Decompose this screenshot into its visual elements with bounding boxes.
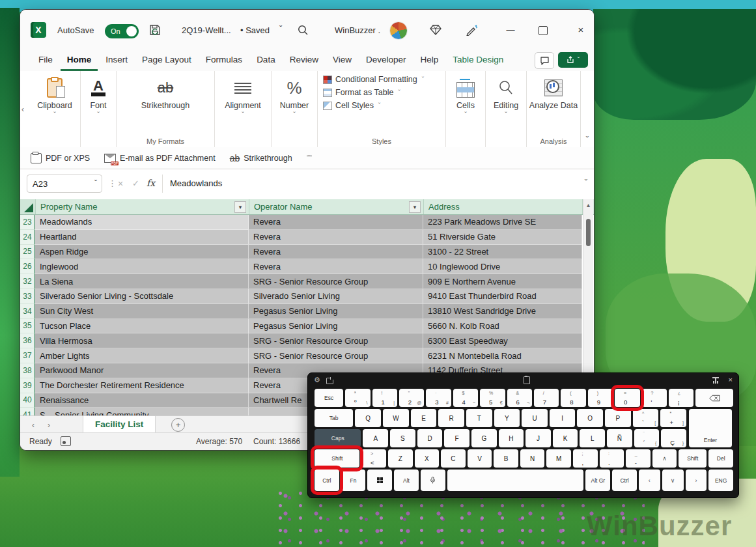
key-w[interactable]: W — [383, 409, 409, 427]
editing-button[interactable]: Editing ˇ — [486, 71, 526, 147]
cell-address-25[interactable]: 3100 - 22 Street — [423, 245, 582, 260]
key-apostrophe[interactable]: ?' — [642, 389, 667, 407]
save-icon[interactable] — [149, 24, 162, 36]
clipboard-button[interactable]: Clipboard ˇ — [29, 71, 80, 147]
email-pdf-button[interactable]: E-mail as PDF Attachment — [104, 154, 216, 163]
key-tab[interactable]: Tab — [315, 409, 353, 427]
cell-operator-26[interactable]: Revera — [249, 259, 423, 274]
cell-operator-35[interactable]: Pegasus Senior Living — [249, 319, 423, 334]
cell-property-26[interactable]: Inglewood — [35, 259, 249, 274]
cell-property-35[interactable]: Tucson Place — [35, 319, 249, 334]
qat-overflow-icon[interactable]: ˇ — [307, 156, 312, 161]
key-v[interactable]: V — [468, 449, 492, 468]
key-arrow-up[interactable]: ∧ — [652, 449, 677, 468]
cell-address-37[interactable]: 6231 N Montebella Road — [423, 348, 582, 363]
cell-property-25[interactable]: Aspen Ridge — [35, 245, 249, 260]
cell-property-24[interactable]: Heartland — [35, 230, 249, 245]
cell-address-26[interactable]: 10 Inglewood Drive — [423, 259, 582, 274]
key-1[interactable]: !1| — [372, 389, 397, 407]
key-esc[interactable]: Esc — [315, 389, 343, 407]
key-f[interactable]: F — [444, 429, 469, 447]
key-g[interactable]: G — [471, 429, 497, 447]
operator-name-filter-button[interactable]: ▾ — [409, 201, 421, 213]
key-fn[interactable]: Fn — [341, 470, 366, 491]
key-q[interactable]: Q — [355, 409, 381, 427]
cell-operator-23[interactable]: Revera — [249, 215, 423, 230]
key-7[interactable]: /7 — [534, 389, 559, 407]
key-3[interactable]: ·3# — [426, 389, 451, 407]
key-hyphen[interactable]: _- — [626, 449, 651, 468]
cell-property-37[interactable]: Amber Lights — [35, 348, 249, 363]
column-header-operator-name[interactable]: Operator Name ▾ — [249, 199, 424, 214]
key-comma[interactable]: ;, — [573, 449, 598, 468]
key-space[interactable] — [447, 470, 584, 491]
key-n[interactable]: N — [520, 449, 545, 468]
cell-operator-36[interactable]: SRG - Senior Resource Group — [249, 333, 423, 348]
comments-button[interactable] — [535, 52, 554, 69]
tab-review[interactable]: Review — [283, 50, 325, 71]
cell-address-32[interactable]: 909 E Northern Avenue — [423, 274, 582, 289]
font-button[interactable]: A Font ˇ — [81, 71, 116, 147]
key-del[interactable]: Del — [708, 449, 733, 468]
key-l[interactable]: L — [580, 429, 605, 447]
key-x[interactable]: X — [415, 449, 440, 468]
key-k[interactable]: K — [553, 429, 578, 447]
tab-page-layout[interactable]: Page Layout — [135, 50, 198, 71]
column-header-property-name[interactable]: Property Name ▾ — [36, 199, 249, 214]
tab-formulas[interactable]: Formulas — [199, 50, 249, 71]
insert-function-icon[interactable]: fx — [147, 178, 155, 188]
keyboard-settings-icon[interactable]: ⚙ — [314, 376, 320, 384]
confirm-entry-icon[interactable]: ✓ — [132, 178, 139, 188]
keyboard-clipboard-icon[interactable] — [524, 376, 530, 384]
key-caps[interactable]: Caps — [315, 429, 361, 447]
on-screen-keyboard[interactable]: ⚙ × Escªº\!1|"2@·3#$4~%5€&6¬/7(8)9=0?'¿¡… — [307, 372, 739, 498]
tab-help[interactable]: Help — [414, 50, 445, 71]
keyboard-layout-icon[interactable] — [326, 378, 333, 384]
key-inverted-marks[interactable]: ¿¡ — [669, 389, 693, 407]
cell-address-35[interactable]: 5660 N. Kolb Road — [423, 319, 582, 334]
key-alt-gr[interactable]: Alt Gr — [585, 470, 610, 491]
number-button[interactable]: % Number ˇ — [272, 71, 317, 147]
minimize-button[interactable]: — — [503, 23, 518, 37]
cell-property-23[interactable]: Meadowlands — [35, 215, 249, 230]
prev-sheet-icon[interactable]: ‹ — [32, 421, 35, 430]
property-name-filter-button[interactable]: ▾ — [234, 201, 246, 213]
formula-input[interactable]: Meadowlands — [170, 178, 222, 188]
title-chevron-icon[interactable]: ˇ — [279, 24, 282, 34]
row-number-38[interactable]: 38 — [20, 363, 35, 378]
row-number-40[interactable]: 40 — [20, 393, 35, 408]
key-j[interactable]: J — [525, 429, 551, 447]
cancel-entry-icon[interactable]: × — [118, 178, 123, 189]
key-grave[interactable]: ^`[ — [633, 409, 659, 427]
key-e[interactable]: E — [411, 409, 437, 427]
key-h[interactable]: H — [499, 429, 524, 447]
titlebar[interactable]: X AutoSave On 2Q19-Wellt... • Saved ˇ Wi… — [20, 10, 594, 50]
key-enter[interactable]: Enter — [689, 409, 732, 447]
row-number-24[interactable]: 24 — [20, 230, 35, 245]
autosave-toggle[interactable]: On — [105, 24, 139, 38]
tab-file[interactable]: File — [32, 50, 59, 71]
key-angle-brackets[interactable]: >< — [361, 449, 386, 468]
alignment-button[interactable]: Alignment ˇ — [215, 71, 271, 147]
row-number-26[interactable]: 26 — [20, 259, 35, 274]
key-4[interactable]: $4~ — [453, 389, 478, 407]
cell-styles-button[interactable]: Cell Styles ˇ — [323, 101, 445, 110]
cell-property-38[interactable]: Parkwood Manor — [35, 363, 249, 378]
key-ctrl-right[interactable]: Ctrl — [612, 470, 637, 491]
cell-property-33[interactable]: Silverado Senior Living - Scottsdale — [35, 289, 249, 304]
row-number-41[interactable]: 41 — [20, 408, 35, 415]
next-sheet-icon[interactable]: › — [48, 421, 50, 430]
name-box[interactable]: A23 ˇ — [27, 175, 102, 193]
cell-operator-32[interactable]: SRG - Senior Resource Group — [249, 274, 423, 289]
cell-operator-25[interactable]: Revera — [249, 245, 423, 260]
macro-record-icon[interactable] — [61, 436, 71, 446]
key-windows[interactable] — [367, 470, 392, 491]
cell-operator-24[interactable]: Revera — [249, 230, 423, 245]
key-alt[interactable]: Alt — [394, 470, 419, 491]
scroll-up-icon[interactable]: ▴ — [583, 201, 593, 208]
tab-view[interactable]: View — [326, 50, 358, 71]
tab-table-design[interactable]: Table Design — [446, 50, 510, 71]
pdf-or-xps-button[interactable]: PDF or XPS — [31, 153, 90, 163]
key-z[interactable]: Z — [388, 449, 413, 468]
key-mic[interactable] — [421, 470, 445, 491]
